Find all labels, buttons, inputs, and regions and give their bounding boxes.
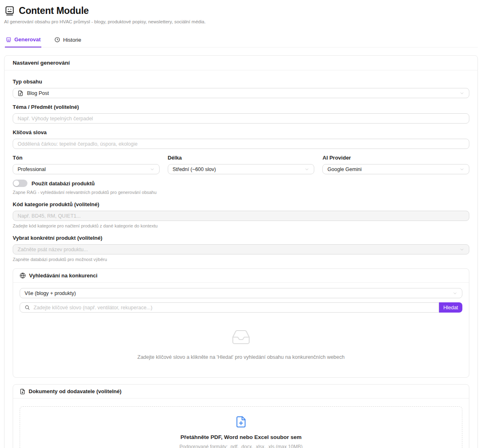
tone-field: Tón Professional bbox=[13, 155, 160, 174]
specific-product-helper: Zapněte databázi produktů pro možnost vý… bbox=[13, 257, 469, 262]
product-db-label: Použít databázi produktů bbox=[32, 180, 95, 187]
category-code-input[interactable] bbox=[18, 211, 464, 221]
tab-bar: Generovat Historie bbox=[4, 34, 478, 47]
page-subtitle: AI generování obsahu pro HVAC průmysl - … bbox=[4, 19, 478, 24]
keywords-label: Klíčová slova bbox=[13, 129, 469, 135]
chevron-down-icon bbox=[459, 247, 464, 252]
length-label: Délka bbox=[168, 155, 315, 161]
globe-icon bbox=[20, 272, 26, 279]
tone-select[interactable]: Professional bbox=[13, 164, 160, 174]
documents-body: Přetáhněte PDF, Word nebo Excel soubor s… bbox=[13, 398, 469, 448]
keywords-field: Klíčová slova bbox=[13, 129, 469, 149]
chevron-down-icon bbox=[459, 167, 464, 172]
content-type-value: Blog Post bbox=[27, 90, 456, 96]
bot-icon bbox=[6, 37, 11, 43]
competitor-search-panel: Vyhledávání na konkurenci Vše (blogy + p… bbox=[13, 268, 469, 378]
category-code-label: Kód kategorie produktů (volitelné) bbox=[13, 201, 469, 207]
product-db-toggle[interactable] bbox=[13, 180, 27, 187]
competitor-search-body: Vše (blogy + produkty) bbox=[13, 283, 469, 377]
inbox-icon bbox=[231, 327, 251, 347]
specific-product-select[interactable]: Začněte psát název produktu... bbox=[13, 244, 469, 254]
tone-label: Tón bbox=[13, 155, 160, 161]
chevron-down-icon bbox=[150, 167, 155, 172]
file-text-icon bbox=[18, 90, 23, 96]
topic-label: Téma / Předmět (volitelné) bbox=[13, 104, 469, 110]
search-button[interactable]: Hledat bbox=[439, 302, 462, 313]
documents-title: Dokumenty od dodavatele (volitelné) bbox=[29, 388, 122, 394]
file-dropzone[interactable]: Přetáhněte PDF, Word nebo Excel soubor s… bbox=[20, 406, 462, 448]
keyword-search-wrapper bbox=[20, 302, 439, 313]
topic-field: Téma / Předmět (volitelné) bbox=[13, 104, 469, 124]
page-title: Content Module bbox=[19, 5, 89, 16]
file-plus-icon bbox=[235, 416, 247, 428]
file-down-icon bbox=[20, 389, 25, 394]
clock-icon bbox=[54, 37, 60, 43]
length-field: Délka Střední (~600 slov) bbox=[168, 155, 315, 174]
toggle-knob bbox=[14, 180, 19, 186]
content-type-select[interactable]: Blog Post bbox=[13, 88, 469, 98]
content-type-field: Typ obsahu Blog Post bbox=[13, 79, 469, 98]
product-db-toggle-row: Použít databázi produktů bbox=[13, 180, 469, 187]
topic-input-wrapper bbox=[13, 113, 469, 124]
search-empty-state: Zadejte klíčové slovo a klikněte na 'Hle… bbox=[20, 313, 462, 371]
search-scope-value: Vše (blogy + produkty) bbox=[25, 290, 449, 296]
search-scope-select[interactable]: Vše (blogy + produkty) bbox=[20, 288, 462, 298]
chevron-down-icon bbox=[453, 291, 457, 296]
settings-card-title: Nastavení generování bbox=[5, 56, 477, 70]
competitor-search-header: Vyhledávání na konkurenci bbox=[13, 269, 469, 283]
page-header: Content Module bbox=[4, 5, 478, 16]
dropzone-formats: Podporované formáty: .pdf, .docx, .xlsx,… bbox=[24, 444, 458, 448]
tone-length-provider-row: Tón Professional Délka Střední (~600 slo… bbox=[13, 155, 469, 174]
tab-generate[interactable]: Generovat bbox=[5, 34, 41, 47]
bot-icon bbox=[4, 5, 15, 16]
specific-product-placeholder: Začněte psát název produktu... bbox=[18, 247, 456, 252]
tab-generate-label: Generovat bbox=[14, 36, 41, 43]
category-code-field: Kód kategorie produktů (volitelné) Zadej… bbox=[13, 201, 469, 228]
keywords-input-wrapper bbox=[13, 139, 469, 149]
ai-provider-value: Google Gemini bbox=[327, 167, 456, 172]
tone-value: Professional bbox=[18, 167, 146, 172]
tab-history[interactable]: Historie bbox=[54, 34, 82, 47]
dropzone-title: Přetáhněte PDF, Word nebo Excel soubor s… bbox=[24, 434, 458, 440]
length-value: Střední (~600 slov) bbox=[173, 167, 301, 172]
keyword-search-input[interactable] bbox=[34, 303, 434, 312]
tab-history-label: Historie bbox=[63, 37, 81, 43]
keywords-input[interactable] bbox=[18, 139, 464, 149]
specific-product-label: Vybrat konkrétní produkt (volitelné) bbox=[13, 235, 469, 241]
keyword-search-row: Hledat bbox=[20, 302, 462, 313]
content-module-page: Content Module AI generování obsahu pro … bbox=[0, 0, 482, 448]
search-empty-text: Zadejte klíčové slovo a klikněte na 'Hle… bbox=[20, 354, 462, 360]
ai-provider-field: AI Provider Google Gemini bbox=[322, 155, 469, 174]
category-code-input-wrapper bbox=[13, 211, 469, 221]
content-type-label: Typ obsahu bbox=[13, 79, 469, 85]
length-select[interactable]: Střední (~600 slov) bbox=[168, 164, 315, 174]
search-icon bbox=[25, 305, 30, 310]
product-db-helper: Zapne RAG - vyhledávání relevantních pro… bbox=[13, 190, 469, 195]
settings-card: Nastavení generování Typ obsahu Blog Pos… bbox=[4, 55, 478, 448]
specific-product-field: Vybrat konkrétní produkt (volitelné) Zač… bbox=[13, 235, 469, 262]
documents-panel: Dokumenty od dodavatele (volitelné) Přet… bbox=[13, 384, 469, 448]
settings-card-body: Typ obsahu Blog Post bbox=[5, 70, 477, 448]
competitor-search-title: Vyhledávání na konkurenci bbox=[29, 272, 97, 279]
chevron-down-icon bbox=[304, 167, 309, 172]
category-code-helper: Zadejte kód kategorie pro načtení produk… bbox=[13, 223, 469, 228]
topic-input[interactable] bbox=[18, 114, 464, 123]
documents-header: Dokumenty od dodavatele (volitelné) bbox=[13, 385, 469, 398]
ai-provider-select[interactable]: Google Gemini bbox=[322, 164, 469, 174]
ai-provider-label: AI Provider bbox=[322, 155, 469, 161]
chevron-down-icon bbox=[459, 91, 464, 96]
